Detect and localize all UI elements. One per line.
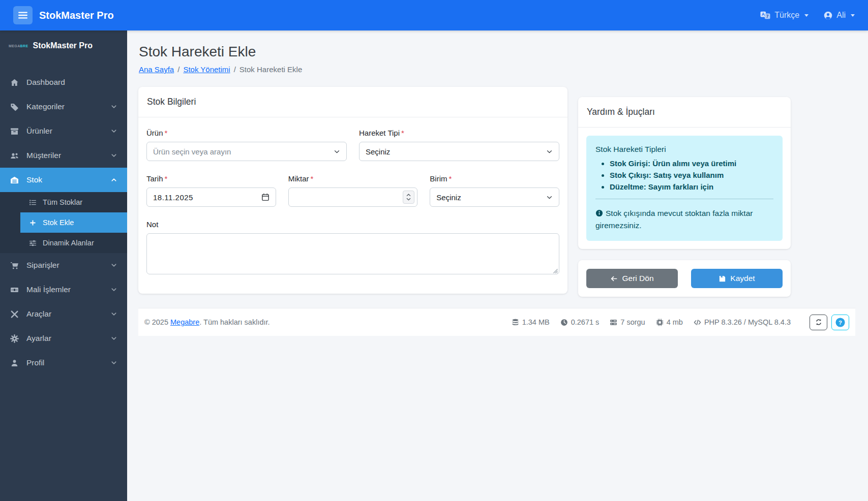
chevron-down-icon xyxy=(851,14,855,17)
chevron-down-icon xyxy=(111,262,117,268)
language-label: Türkçe xyxy=(774,11,799,20)
quantity-label: Miktar* xyxy=(288,174,418,183)
sidebar-subitem-label: Stok Ekle xyxy=(43,218,74,227)
user-label: Ali xyxy=(836,11,846,20)
sidebar-nav: DashboardKategorilerÜrünlerMüşterilerSto… xyxy=(0,61,127,375)
user-circle-icon xyxy=(824,11,832,20)
sidebar-subitem-t-m-stoklar[interactable]: Tüm Stoklar xyxy=(20,192,127,212)
footer-stat: 7 sorgu xyxy=(610,318,645,326)
sidebar-subitem-label: Tüm Stoklar xyxy=(43,198,82,206)
sidebar-item-r-nler[interactable]: Ürünler xyxy=(0,119,127,143)
cpu-icon xyxy=(656,319,664,326)
alert-note: Stok çıkışında mevcut stoktan fazla mikt… xyxy=(595,207,773,232)
unit-value: Seçiniz xyxy=(436,193,546,202)
refresh-button[interactable] xyxy=(810,315,827,330)
note-textarea[interactable] xyxy=(146,233,559,274)
movement-type-select[interactable]: Seçiniz xyxy=(359,142,559,161)
movement-type-value: Seçiniz xyxy=(366,147,546,156)
form-column: Stok Bilgileri Ürün* Ürün seçin veya ara… xyxy=(138,87,567,294)
sidebar: MEGABRE StokMaster Pro DashboardKategori… xyxy=(0,30,127,501)
sidebar-item-ayarlar[interactable]: Ayarlar xyxy=(0,326,127,351)
alert-bullet: Stok Çıkışı: Satış veya kullanım xyxy=(610,171,773,179)
footer-stat: 0.2671 s xyxy=(560,318,600,326)
warehouse-icon xyxy=(10,176,19,184)
language-dropdown[interactable]: A7 Türkçe xyxy=(760,11,809,20)
copyright: © 2025 Megabre. Tüm hakları saklıdır. xyxy=(144,318,270,326)
sidebar-item-label: Mali İşlemler xyxy=(26,285,103,294)
alert-bullet: Düzeltme: Sayım farkları için xyxy=(610,182,773,191)
footer-stat: 4 mb xyxy=(656,318,683,326)
sidebar-item-dashboard[interactable]: Dashboard xyxy=(0,70,127,95)
save-button[interactable]: Kaydet xyxy=(691,269,783,288)
sidebar-item-ara-lar[interactable]: Araçlar xyxy=(0,302,127,326)
users-icon xyxy=(10,151,19,160)
sidebar-item-profil[interactable]: Profil xyxy=(0,351,127,375)
form-row-1: Ürün* Ürün seçin veya arayın Hareket Tip… xyxy=(146,129,559,161)
sidebar-item-label: Stok xyxy=(26,175,103,184)
main-content: Stok Hareketi Ekle Ana Sayfa/Stok Yöneti… xyxy=(127,30,868,501)
side-column: Yardım & İpuçları Stok Hareketi Tipleri … xyxy=(578,97,791,297)
sidebar-subitem-stok-ekle[interactable]: Stok Ekle xyxy=(20,212,127,233)
footer-stat-list: 1.34 MB0.2671 s7 sorgu4 mbPHP 8.3.26 / M… xyxy=(512,318,791,326)
chevron-up-icon xyxy=(406,194,411,197)
actions-card: Geri Dön Kaydet xyxy=(578,260,791,297)
sidebar-item-m-teriler[interactable]: Müşteriler xyxy=(0,143,127,168)
list-icon xyxy=(29,199,37,206)
help-card-title: Yardım & İpuçları xyxy=(578,97,791,128)
calendar-icon[interactable] xyxy=(261,193,270,201)
server-icon xyxy=(610,319,617,326)
chevron-down-icon xyxy=(111,287,117,293)
page-title: Stok Hareketi Ekle xyxy=(139,44,855,60)
app-root: { "navbar": { "brand": "StokMaster Pro",… xyxy=(0,0,868,501)
form-row-2: Tarih* 18.11.2025 Miktar* xyxy=(146,174,559,207)
sidebar-item-mali-i-lemler[interactable]: Mali İşlemler xyxy=(0,277,127,302)
profile-icon xyxy=(10,359,19,367)
resize-handle-icon[interactable] xyxy=(553,268,558,273)
footer: © 2025 Megabre. Tüm hakları saklıdır. 1.… xyxy=(138,308,855,336)
sidebar-item-label: Kategoriler xyxy=(26,102,103,111)
box-icon xyxy=(10,127,19,136)
breadcrumb-link-stok-y-netimi[interactable]: Stok Yönetimi xyxy=(183,65,230,74)
unit-select[interactable]: Seçiniz xyxy=(430,187,559,207)
product-label: Ürün* xyxy=(146,129,347,137)
sidebar-item-sipari-ler[interactable]: Siparişler xyxy=(0,253,127,277)
quantity-input[interactable] xyxy=(288,187,418,207)
card-body: Ürün* Ürün seçin veya arayın Hareket Tip… xyxy=(138,117,567,294)
info-alert: Stok Hareketi Tipleri Stok Girişi: Ürün … xyxy=(586,136,783,241)
breadcrumb-current: Stok Hareketi Ekle xyxy=(240,65,302,74)
footer-stat: PHP 8.3.26 / MySQL 8.4.3 xyxy=(694,318,791,326)
sidebar-subitem-dinamik-alanlar[interactable]: Dinamik Alanlar xyxy=(20,233,127,253)
sidebar-item-kategoriler[interactable]: Kategoriler xyxy=(0,95,127,119)
chevron-down-icon xyxy=(111,311,117,317)
product-select[interactable]: Ürün seçin veya arayın xyxy=(146,142,347,161)
date-input[interactable]: 18.11.2025 xyxy=(146,187,276,207)
help-button[interactable]: ? xyxy=(831,315,849,330)
clock-icon xyxy=(560,319,568,326)
sliders-icon xyxy=(29,239,37,247)
tags-icon xyxy=(10,103,19,111)
actions-body: Geri Dön Kaydet xyxy=(578,260,791,297)
quantity-stepper[interactable] xyxy=(403,191,414,204)
code-icon xyxy=(694,319,701,326)
alert-bullet-list: Stok Girişi: Ürün alımı veya üretimiStok… xyxy=(601,159,773,191)
refresh-icon xyxy=(815,319,822,326)
unit-label: Birim* xyxy=(430,174,559,183)
chevron-down-icon xyxy=(546,148,553,155)
sidebar-toggle-button[interactable] xyxy=(13,6,33,24)
sidebar-brand: StokMaster Pro xyxy=(33,41,93,50)
user-dropdown[interactable]: Ali xyxy=(824,11,855,20)
alert-bullet: Stok Girişi: Ürün alımı veya üretimi xyxy=(610,159,773,168)
breadcrumb-link-ana-sayfa[interactable]: Ana Sayfa xyxy=(139,65,174,74)
svg-text:7: 7 xyxy=(766,14,769,19)
svg-text:A: A xyxy=(762,12,765,17)
chevron-down-icon xyxy=(406,198,411,201)
company-link[interactable]: Megabre xyxy=(170,318,199,326)
database-icon xyxy=(512,319,519,326)
chevron-down-icon xyxy=(111,152,117,159)
date-label: Tarih* xyxy=(146,174,276,183)
sidebar-item-label: Araçlar xyxy=(26,309,103,319)
movement-type-label: Hareket Tipi* xyxy=(359,129,559,137)
sidebar-item-stok[interactable]: Stok xyxy=(0,168,127,192)
sidebar-subitem-label: Dinamik Alanlar xyxy=(43,239,94,247)
back-button[interactable]: Geri Dön xyxy=(586,269,678,288)
